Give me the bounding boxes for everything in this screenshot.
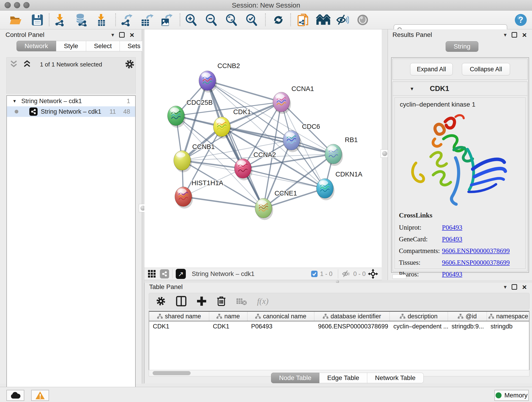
network-view-type-icon[interactable] — [160, 269, 169, 279]
network-options-gear-icon[interactable] — [125, 59, 135, 69]
hide-button[interactable] — [336, 13, 349, 27]
network-node-rb1[interactable]: RB1 — [325, 136, 358, 166]
open-session-button[interactable] — [9, 13, 22, 27]
column-header-namespace[interactable]: namespace — [487, 312, 530, 321]
export-table-button[interactable] — [139, 13, 155, 27]
table-panel-float-icon[interactable] — [512, 284, 517, 290]
home-button[interactable] — [316, 13, 331, 27]
network-collection-row[interactable]: ▾ String Network – cdk1 1 — [7, 96, 135, 106]
help-button[interactable]: ? — [514, 13, 527, 27]
zoom-in-button[interactable] — [184, 13, 197, 27]
cloud-button[interactable] — [6, 390, 24, 401]
hidden-eye-icon[interactable] — [341, 270, 351, 278]
table-cell[interactable]: 9606.ENSP00000378699 — [314, 321, 390, 332]
column-header-name[interactable]: name — [209, 312, 247, 321]
apply-layout-button[interactable] — [272, 13, 285, 27]
tab-network-table[interactable]: Network Table — [367, 373, 424, 383]
save-session-button[interactable] — [31, 13, 44, 27]
column-type-icon — [157, 314, 163, 319]
crosslink-row: Compartments:9606.ENSP00000378699 — [399, 247, 527, 255]
gene-description: cyclin–dependent kinase 1 — [400, 101, 525, 108]
gene-expander-icon[interactable]: ▾ — [411, 85, 413, 92]
collection-expander-icon[interactable]: ▾ — [13, 98, 16, 104]
delete-column-icon[interactable] — [217, 296, 226, 306]
column-header-id[interactable]: @id — [448, 312, 487, 321]
table-cell[interactable]: stringdb — [487, 321, 530, 332]
crosslink-link[interactable]: 9606.ENSP00000378699 — [442, 247, 510, 255]
delete-table-icon[interactable] — [236, 297, 247, 305]
table-settings-gear-icon[interactable] — [156, 296, 166, 306]
column-header-canonical-name[interactable]: canonical name — [247, 312, 314, 321]
control-panel-close-icon[interactable]: × — [130, 32, 134, 38]
tab-style[interactable]: Style — [56, 41, 86, 51]
table-hscroll-thumb[interactable] — [152, 371, 191, 375]
tab-network[interactable]: Network — [17, 41, 56, 51]
crosslink-link[interactable]: P06493 — [442, 224, 462, 231]
table-panel-menu-icon[interactable]: ▾ — [504, 284, 507, 290]
tab-edge-table[interactable]: Edge Table — [319, 373, 367, 383]
zoom-out-button[interactable] — [204, 13, 218, 27]
tab-string[interactable]: String — [446, 41, 478, 52]
selected-checkbox-icon[interactable] — [311, 270, 318, 277]
import-table-from-file-button[interactable] — [94, 13, 108, 27]
node-label: CCNB1 — [192, 143, 215, 150]
network-node-cdkn1a[interactable]: CDKN1A — [317, 171, 362, 200]
network-edge[interactable] — [207, 81, 281, 102]
network-edge[interactable] — [207, 81, 264, 208]
svg-text:?: ? — [518, 15, 523, 25]
add-column-icon[interactable] — [196, 296, 207, 306]
network-node-hist1h1a[interactable]: HIST1H1A — [175, 179, 223, 209]
network-edge[interactable] — [207, 81, 333, 154]
minimize-window-button[interactable] — [14, 2, 20, 8]
network-node-ccna1[interactable]: CCNA1 — [273, 85, 314, 114]
tab-select[interactable]: Select — [86, 41, 120, 51]
crosslink-link[interactable]: 9606.ENSP00000378699 — [442, 259, 510, 266]
expand-all-button[interactable]: Expand All — [410, 63, 453, 75]
detach-view-icon[interactable]: ↗ — [176, 269, 186, 279]
import-network-from-database-button[interactable] — [72, 13, 89, 27]
table-panel-close-icon[interactable]: × — [522, 284, 527, 290]
zoom-selected-button[interactable] — [245, 13, 258, 27]
collapse-all-button[interactable]: Collapse All — [462, 63, 510, 75]
node-table[interactable]: shared namenamecanonical namedatabase id… — [149, 311, 530, 370]
results-hscroll-thumb[interactable] — [393, 274, 406, 279]
copy-document-button[interactable] — [297, 13, 310, 27]
close-window-button[interactable] — [5, 2, 11, 8]
zoom-fit-icon — [225, 13, 237, 26]
memory-button[interactable]: Memory — [494, 390, 529, 401]
tab-node-table[interactable]: Node Table — [271, 373, 319, 383]
crosslink-link[interactable]: P06493 — [442, 235, 462, 243]
column-header-label: @id — [466, 313, 476, 320]
column-header-shared-name[interactable]: shared name — [149, 312, 209, 321]
toolbar-separator — [265, 13, 266, 26]
results-panel-menu-icon[interactable]: ▾ — [504, 32, 507, 38]
network-canvas[interactable]: CCNB2CCNA1CDC25BCDK1CDC6RB1CCNB1CCNA2CDK… — [144, 29, 382, 268]
column-header-database-identifier[interactable]: database identifier — [314, 312, 390, 321]
control-panel-menu-icon[interactable]: ▾ — [111, 32, 114, 38]
import-network-from-file-button[interactable] — [54, 13, 67, 27]
table-cell[interactable]: CDK1 — [209, 321, 247, 332]
grid-view-icon[interactable] — [148, 270, 156, 278]
table-cell[interactable]: cyclin–dependent ... — [390, 321, 448, 332]
fit-content-crosshair-icon[interactable] — [368, 269, 378, 279]
select-columns-icon[interactable] — [176, 296, 186, 306]
function-builder-icon[interactable]: f(x) — [257, 296, 268, 306]
export-image-button[interactable] — [160, 13, 173, 27]
network-edge[interactable] — [183, 197, 264, 208]
results-panel-float-icon[interactable] — [512, 32, 517, 38]
string-network-graph[interactable]: CCNB2CCNA1CDC25BCDK1CDC6RB1CCNB1CCNA2CDK… — [144, 29, 382, 268]
results-panel-close-icon[interactable]: × — [522, 32, 527, 38]
control-panel-float-icon[interactable] — [119, 32, 125, 38]
crosslink-link[interactable]: P06493 — [442, 270, 462, 278]
warning-button[interactable] — [31, 390, 49, 401]
zoom-window-button[interactable] — [23, 2, 30, 8]
column-header-description[interactable]: description — [390, 312, 448, 321]
export-image-icon — [160, 13, 173, 26]
network-row[interactable]: String Network – cdk1 11 48 — [7, 106, 135, 117]
table-cell[interactable]: P06493 — [247, 321, 314, 332]
table-cell[interactable]: CDK1 — [149, 321, 209, 332]
zoom-fit-button[interactable] — [225, 13, 238, 27]
export-network-button[interactable] — [120, 13, 133, 27]
show-button[interactable] — [356, 13, 369, 27]
table-cell[interactable]: stringdb:9... — [448, 321, 487, 332]
